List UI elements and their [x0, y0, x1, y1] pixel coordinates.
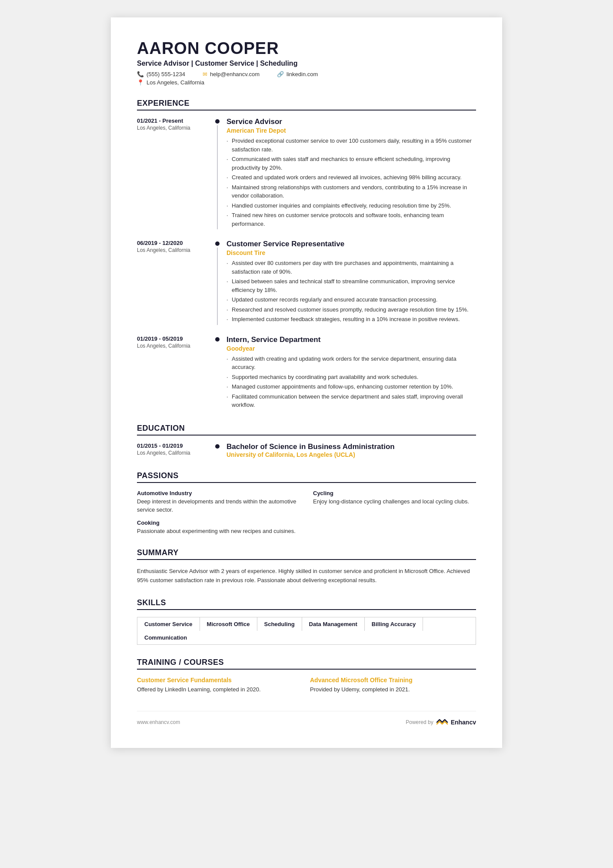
candidate-title: Service Advisor | Customer Service | Sch… — [137, 60, 476, 67]
exp-right: Intern, Service Department Goodyear Assi… — [227, 335, 476, 411]
bullet-item: Managed customer appointments and follow… — [227, 382, 476, 391]
school-name: University of California, Los Angeles (U… — [227, 451, 476, 458]
degree-title: Bachelor of Science in Business Administ… — [227, 442, 476, 451]
phone-icon: 📞 — [137, 71, 144, 77]
timeline-line — [217, 248, 218, 325]
skill-tag: Data Management — [302, 617, 365, 631]
link-icon: 🔗 — [277, 71, 284, 77]
edu-timeline — [215, 442, 227, 458]
bullet-item: Assisted over 80 customers per day with … — [227, 259, 476, 276]
bullet-item: Created and updated work orders and revi… — [227, 173, 476, 182]
bullet-item: Maintained strong relationships with cus… — [227, 183, 476, 200]
experience-item: 01/2019 - 05/2019 Los Angeles, Californi… — [137, 335, 476, 411]
passion-desc: Enjoy long-distance cycling challenges a… — [313, 497, 476, 506]
phone-contact: 📞 (555) 555-1234 — [137, 71, 185, 77]
company-name: Discount Tire — [227, 249, 476, 256]
location-text: Los Angeles, California — [147, 79, 204, 86]
skills-section-title: SKILLS — [137, 598, 476, 610]
bullet-list: Assisted over 80 customers per day with … — [227, 259, 476, 324]
exp-date: 01/2021 - Present — [137, 117, 211, 124]
bullet-item: Implemented customer feedback strategies… — [227, 315, 476, 324]
exp-right: Service Advisor American Tire Depot Prov… — [227, 117, 476, 229]
bullet-list: Assisted with creating and updating work… — [227, 355, 476, 409]
bullet-item: Liaised between sales and technical staf… — [227, 277, 476, 294]
experience-list: 01/2021 - Present Los Angeles, Californi… — [137, 117, 476, 411]
skill-tag: Customer Service — [137, 617, 200, 631]
experience-section: EXPERIENCE 01/2021 - Present Los Angeles… — [137, 99, 476, 411]
timeline-dot — [215, 241, 220, 246]
experience-item: 01/2021 - Present Los Angeles, Californi… — [137, 117, 476, 229]
exp-date: 06/2019 - 12/2020 — [137, 240, 211, 246]
passion-title: Cooking — [137, 519, 300, 526]
passions-grid: Automotive Industry Deep interest in dev… — [137, 490, 476, 536]
email-contact: ✉ help@enhancv.com — [203, 71, 260, 77]
passion-desc: Passionate about experimenting with new … — [137, 527, 300, 536]
passion-title: Automotive Industry — [137, 490, 300, 496]
edu-date: 01/2015 - 01/2019 — [137, 442, 211, 449]
timeline-dot — [215, 337, 220, 342]
experience-item: 06/2019 - 12/2020 Los Angeles, Californi… — [137, 240, 476, 325]
job-title: Service Advisor — [227, 117, 476, 126]
job-title: Intern, Service Department — [227, 335, 476, 344]
bullet-item: Assisted with creating and updating work… — [227, 355, 476, 372]
bullet-list: Provided exceptional customer service to… — [227, 137, 476, 228]
skill-tag: Billing Accuracy — [365, 617, 423, 631]
passion-item: Automotive Industry Deep interest in dev… — [137, 490, 300, 514]
bullet-item: Facilitated communication between the se… — [227, 392, 476, 409]
summary-section: SUMMARY Enthusiastic Service Advisor wit… — [137, 548, 476, 585]
company-name: American Tire Depot — [227, 127, 476, 134]
skill-tag: Scheduling — [257, 617, 302, 631]
passions-section-title: PASSIONS — [137, 471, 476, 483]
timeline-dot — [215, 444, 220, 449]
summary-section-title: SUMMARY — [137, 548, 476, 560]
phone-number: (555) 555-1234 — [147, 71, 185, 77]
training-desc: Provided by Udemy, completed in 2021. — [310, 685, 476, 694]
title-text: Service Advisor | Customer Service | Sch… — [137, 60, 297, 67]
exp-location: Los Angeles, California — [137, 343, 211, 349]
skills-row: Customer ServiceMicrosoft OfficeScheduli… — [137, 617, 476, 645]
bullet-item: Updated customer records regularly and e… — [227, 295, 476, 304]
candidate-name: AARON COOPER — [137, 39, 476, 58]
exp-location: Los Angeles, California — [137, 247, 211, 253]
edu-right: Bachelor of Science in Business Administ… — [227, 442, 476, 458]
training-section-title: TRAINING / COURSES — [137, 658, 476, 670]
bullet-item: Communicated with sales staff and mechan… — [227, 155, 476, 172]
exp-left: 01/2021 - Present Los Angeles, Californi… — [137, 117, 215, 229]
training-title: Advanced Microsoft Office Training — [310, 677, 476, 684]
exp-timeline — [215, 240, 227, 325]
education-section-title: EDUCATION — [137, 424, 476, 436]
timeline-dot — [215, 119, 220, 124]
education-section: EDUCATION 01/2015 - 01/2019 Los Angeles,… — [137, 424, 476, 458]
bullet-item: Handled customer inquiries and complaint… — [227, 201, 476, 210]
skills-section: SKILLS Customer ServiceMicrosoft OfficeS… — [137, 598, 476, 645]
education-item: 01/2015 - 01/2019 Los Angeles, Californi… — [137, 442, 476, 458]
location-row: 📍 Los Angeles, California — [137, 79, 476, 86]
company-name: Goodyear — [227, 345, 476, 352]
bullet-item: Researched and resolved customer issues … — [227, 305, 476, 314]
bullet-item: Provided exceptional customer service to… — [227, 137, 476, 154]
footer-powered-by: Powered by Enhancv — [406, 718, 476, 726]
passion-title: Cycling — [313, 490, 476, 496]
bullet-item: Supported mechanics by coordinating part… — [227, 373, 476, 382]
edu-location: Los Angeles, California — [137, 450, 211, 456]
skill-tag: Communication — [137, 631, 194, 644]
linkedin-contact: 🔗 linkedin.com — [277, 71, 318, 77]
training-desc: Offered by LinkedIn Learning, completed … — [137, 685, 303, 694]
edu-left: 01/2015 - 01/2019 Los Angeles, Californi… — [137, 442, 215, 458]
timeline-line — [217, 125, 218, 229]
header: AARON COOPER Service Advisor | Customer … — [137, 39, 476, 86]
email-address: help@enhancv.com — [210, 71, 260, 77]
passion-item: Cooking Passionate about experimenting w… — [137, 519, 300, 536]
passions-section: PASSIONS Automotive Industry Deep intere… — [137, 471, 476, 536]
exp-left: 06/2019 - 12/2020 Los Angeles, Californi… — [137, 240, 215, 325]
exp-location: Los Angeles, California — [137, 125, 211, 131]
location-icon: 📍 — [137, 79, 144, 86]
experience-section-title: EXPERIENCE — [137, 99, 476, 111]
powered-by-text: Powered by — [406, 719, 433, 725]
linkedin-url: linkedin.com — [287, 71, 318, 77]
contact-row: 📞 (555) 555-1234 ✉ help@enhancv.com 🔗 li… — [137, 71, 476, 77]
passion-desc: Deep interest in developments and trends… — [137, 497, 300, 514]
footer-url: www.enhancv.com — [137, 719, 180, 725]
summary-text: Enthusiastic Service Advisor with 2 year… — [137, 567, 476, 585]
training-item: Advanced Microsoft Office Training Provi… — [310, 677, 476, 694]
